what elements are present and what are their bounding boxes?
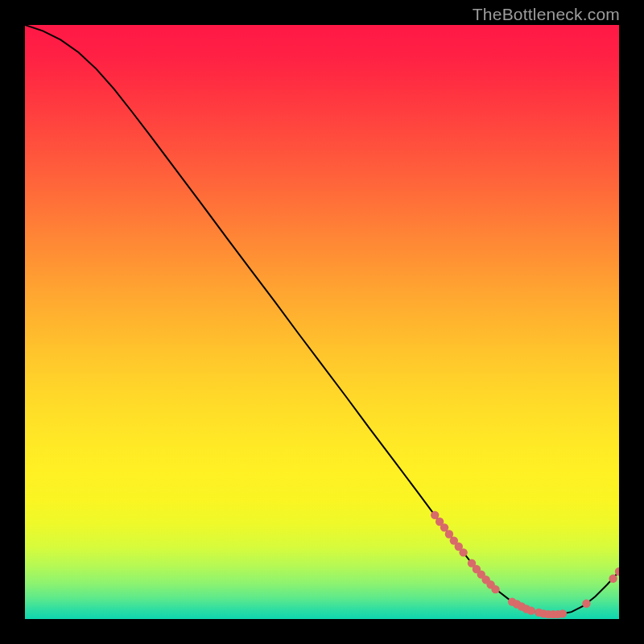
chart-stage: TheBottleneck.com	[0, 0, 644, 644]
data-marker	[459, 548, 467, 556]
data-marker	[491, 585, 499, 593]
watermark-label: TheBottleneck.com	[473, 5, 620, 24]
data-marker	[527, 606, 535, 614]
chart-svg	[25, 25, 619, 619]
gradient-background	[25, 25, 619, 619]
data-marker	[609, 575, 617, 583]
plot-area	[25, 25, 619, 619]
data-marker	[559, 609, 567, 617]
data-marker	[582, 600, 590, 608]
